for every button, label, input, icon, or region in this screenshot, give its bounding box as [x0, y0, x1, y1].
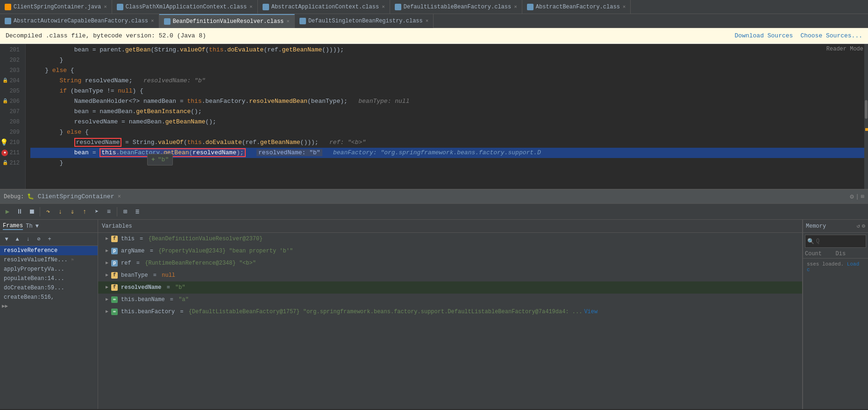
var-arrow-4: ▶ [106, 283, 108, 292]
reader-mode-btn[interactable]: Reader Mode [826, 46, 863, 52]
code-line-206: NamedBeanHolder<?> namedBean = this.bean… [30, 96, 868, 107]
ln-205: 205 [0, 86, 21, 96]
memory-search[interactable]: 🔍 Q [805, 235, 866, 248]
debug-settings-icon[interactable]: ⚙ [850, 193, 854, 201]
var-beanfactory[interactable]: ▶ ∞ this.beanFactory = {DefaultListableB… [98, 306, 802, 318]
var-icon-2: p [111, 260, 118, 266]
class-icon-5 [5, 18, 11, 24]
ln-211: ● 211 [0, 148, 21, 158]
stop-btn[interactable]: ⏹ [26, 206, 37, 217]
tooltip-value: "b" [158, 156, 169, 163]
frames-dropdown-icon[interactable]: ▼ [36, 223, 39, 230]
memory-col-count: Count [805, 251, 836, 257]
close-tab-0[interactable]: × [104, 4, 107, 10]
close-tab-6[interactable]: × [286, 19, 290, 24]
frame-list: resolveReference resolveValueIfNe... ⚑ a… [0, 246, 98, 310]
ln-207: 207 [0, 107, 21, 117]
var-beantype[interactable]: ▶ f beanType = null [98, 269, 802, 281]
frame-item-1[interactable]: resolveValueIfNe... ⚑ [0, 255, 98, 265]
var-ref[interactable]: ▶ p ref = {RuntimeBeanReference@2348} "<… [98, 257, 802, 269]
close-tab-5[interactable]: × [151, 18, 154, 24]
frames-panel: Frames Th ▼ ▼ ▲ ↓ ⊘ + resolveReference r… [0, 220, 98, 409]
download-sources-link[interactable]: Download Sources [735, 32, 793, 39]
memory-settings-icon[interactable]: ⚙ [862, 223, 865, 230]
frame-item-2[interactable]: applyPropertyVa... [0, 265, 98, 274]
frame-down-btn[interactable]: ▼ [2, 235, 11, 244]
tab-abstractbean[interactable]: AbstractBeanFactory.class × [522, 0, 631, 14]
close-tab-4[interactable]: × [623, 4, 626, 10]
code-line-210: resolvedName = String.valueOf(this.doEva… [30, 137, 868, 148]
frame-add-btn[interactable]: + [45, 235, 54, 244]
class-icon-2 [263, 4, 269, 10]
memory-search-icon: 🔍 [807, 238, 814, 245]
frame-filter-btn[interactable]: ⊘ [34, 235, 43, 244]
tab-defaultsingleton[interactable]: DefaultSingletonBeanRegistry.class × [295, 14, 434, 28]
frame-item-5[interactable]: createBean:516, [0, 293, 98, 302]
var-icon-1: p [111, 248, 118, 254]
tab-classpathxml[interactable]: ClassPathXmlApplicationContext.class × [112, 0, 258, 14]
run-to-cursor-btn[interactable]: ➤ [91, 206, 102, 217]
evaluate-btn[interactable]: ≡ [103, 206, 114, 217]
variables-panel: Variables ▶ f this = {BeanDefinitionValu… [98, 220, 803, 409]
code-line-205: if (beanType != null) { [30, 86, 868, 96]
frame-item-4[interactable]: doCreateBean:59... [0, 283, 98, 293]
choose-sources-link[interactable]: Choose Sources... [800, 32, 862, 39]
ln-202: 202 [0, 55, 21, 65]
ln-212: 🔒 212 [0, 158, 21, 168]
variables-header: Variables [98, 220, 802, 233]
resume-btn[interactable]: ▶ [2, 206, 13, 217]
memory-header-controls: ↺ ⚙ [857, 223, 865, 230]
close-tab-1[interactable]: × [249, 4, 253, 10]
tab-bar-second: AbstractAutowireCapableBeanFactory.class… [0, 14, 868, 28]
var-beanname[interactable]: ▶ ∞ this.beanName = "a" [98, 294, 802, 306]
code-scrollbar[interactable] [864, 44, 868, 189]
close-tab-3[interactable]: × [514, 4, 517, 10]
scrollbar-thumb [865, 100, 868, 119]
tab-abstractapp[interactable]: AbstractApplicationContext.class × [258, 0, 390, 14]
frames-header: Frames Th ▼ [0, 220, 98, 233]
var-argname[interactable]: ▶ p argName = {PropertyValue@2343} "bean… [98, 245, 802, 257]
close-debug[interactable]: × [118, 194, 121, 200]
class-icon-7 [299, 18, 306, 24]
code-line-207: bean = namedBean.getBeanInstance(); [30, 107, 868, 117]
frame-up-btn[interactable]: ▲ [13, 235, 22, 244]
var-icon-3: f [111, 272, 118, 279]
memory-status-text: sses loaded. [807, 261, 844, 267]
close-tab-7[interactable]: × [426, 18, 429, 24]
more-frames[interactable]: ▶▶ [0, 302, 98, 310]
frames-btn[interactable]: ⊞ [120, 206, 131, 217]
ln-203: 203 [0, 65, 21, 76]
memory-refresh-icon[interactable]: ↺ [857, 223, 860, 230]
var-this[interactable]: ▶ f this = {BeanDefinitionValueResolver@… [98, 233, 802, 245]
frame-item-3[interactable]: populateBean:14... [0, 274, 98, 283]
debug-expand-icon[interactable]: ⊞ [861, 193, 864, 200]
var-resolvedname[interactable]: ▶ f resolvedName = "b" [98, 281, 802, 294]
ln-204: 🔒 204 [0, 76, 21, 86]
tab-abstractautowire[interactable]: AbstractAutowireCapableBeanFactory.class… [0, 14, 159, 28]
view-link[interactable]: View [584, 307, 598, 316]
code-line-208: resolvedName = namedBean.getBeanName(); [30, 117, 868, 127]
threads-tab[interactable]: Th [26, 223, 32, 230]
frame-down2-btn[interactable]: ↓ [23, 235, 33, 244]
force-stepinto-btn[interactable]: ⇓ [67, 206, 78, 217]
debug-toolbar: ▶ ⏸ ⏹ ↷ ↓ ⇓ ↑ ➤ ≡ ⊞ ≣ [0, 204, 868, 220]
tab-defaultlistable[interactable]: DefaultListableBeanFactory.class × [390, 0, 522, 14]
frames-tab[interactable]: Frames [3, 223, 23, 230]
ln-208: 208 [0, 117, 21, 127]
close-tab-2[interactable]: × [382, 4, 385, 10]
stepinto-btn[interactable]: ↓ [55, 206, 66, 217]
tab-beandefinition[interactable]: BeanDefinitionValueResolver.class × [159, 14, 295, 28]
memory-status: sses loaded. Load c [803, 259, 868, 275]
var-arrow-2: ▶ [106, 259, 108, 268]
frame-item-0[interactable]: resolveReference [0, 246, 98, 255]
stepout-btn[interactable]: ↑ [79, 206, 90, 217]
code-line-202: } [30, 55, 868, 65]
tab-clientspring[interactable]: ClientSpringContainer.java × [0, 0, 112, 14]
pause-btn[interactable]: ⏸ [14, 206, 25, 217]
memory-panel: Memory ↺ ⚙ 🔍 Q Count Dis sses loaded. Lo… [803, 220, 868, 409]
frame-controls: ▼ ▲ ↓ ⊘ + [0, 233, 98, 246]
stepover-btn[interactable]: ↷ [43, 206, 54, 217]
variables-btn[interactable]: ≣ [132, 206, 143, 217]
debug-label: Debug: [4, 194, 24, 200]
info-bar: Decompiled .class file, bytecode version… [0, 28, 868, 44]
